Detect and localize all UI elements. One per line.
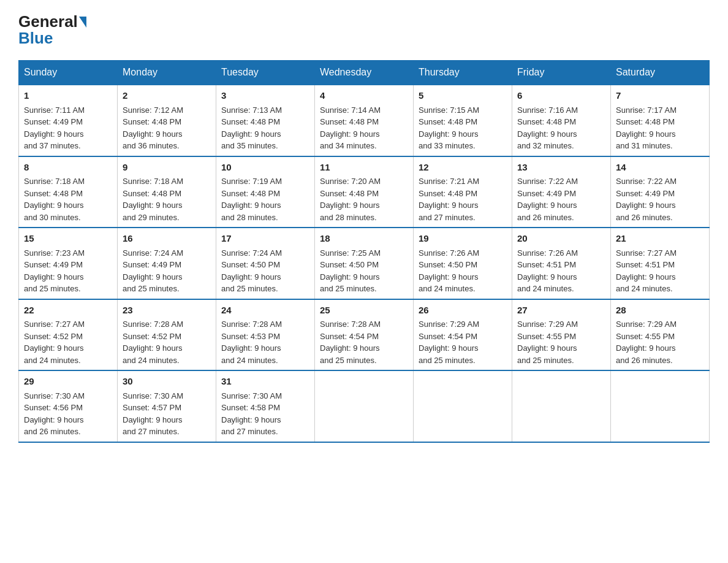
day-number: 23: [123, 304, 211, 318]
day-number: 18: [320, 232, 408, 246]
calendar-cell: 1 Sunrise: 7:11 AMSunset: 4:49 PMDayligh…: [19, 85, 118, 156]
calendar-cell: 2 Sunrise: 7:12 AMSunset: 4:48 PMDayligh…: [118, 85, 216, 156]
day-number: 10: [221, 161, 309, 175]
day-info: Sunrise: 7:27 AMSunset: 4:52 PMDaylight:…: [24, 320, 85, 365]
day-number: 11: [320, 161, 408, 175]
day-number: 3: [221, 89, 309, 103]
calendar-cell: [611, 370, 710, 442]
calendar-week-row: 15 Sunrise: 7:23 AMSunset: 4:49 PMDaylig…: [19, 228, 710, 299]
day-number: 12: [419, 161, 507, 175]
day-number: 29: [24, 375, 112, 389]
calendar-cell: 5 Sunrise: 7:15 AMSunset: 4:48 PMDayligh…: [414, 85, 512, 156]
day-info: Sunrise: 7:26 AMSunset: 4:50 PMDaylight:…: [419, 248, 479, 294]
day-number: 17: [221, 232, 309, 246]
day-number: 26: [419, 304, 507, 318]
day-info: Sunrise: 7:12 AMSunset: 4:48 PMDaylight:…: [123, 105, 183, 151]
day-info: Sunrise: 7:29 AMSunset: 4:55 PMDaylight:…: [616, 320, 677, 365]
day-info: Sunrise: 7:11 AMSunset: 4:49 PMDaylight:…: [24, 105, 85, 151]
day-info: Sunrise: 7:28 AMSunset: 4:53 PMDaylight:…: [221, 320, 282, 365]
calendar-week-row: 22 Sunrise: 7:27 AMSunset: 4:52 PMDaylig…: [19, 299, 710, 371]
weekday-header-wednesday: Wednesday: [315, 61, 414, 85]
day-info: Sunrise: 7:15 AMSunset: 4:48 PMDaylight:…: [419, 105, 479, 151]
day-info: Sunrise: 7:30 AMSunset: 4:57 PMDaylight:…: [123, 391, 183, 437]
calendar-cell: 16 Sunrise: 7:24 AMSunset: 4:49 PMDaylig…: [118, 228, 216, 299]
calendar-cell: 19 Sunrise: 7:26 AMSunset: 4:50 PMDaylig…: [414, 228, 512, 299]
day-number: 4: [320, 89, 408, 103]
calendar-cell: 18 Sunrise: 7:25 AMSunset: 4:50 PMDaylig…: [315, 228, 414, 299]
day-info: Sunrise: 7:28 AMSunset: 4:54 PMDaylight:…: [320, 320, 381, 365]
day-info: Sunrise: 7:18 AMSunset: 4:48 PMDaylight:…: [24, 177, 85, 222]
day-number: 9: [123, 161, 211, 175]
calendar-cell: [414, 370, 512, 442]
calendar-cell: 9 Sunrise: 7:18 AMSunset: 4:48 PMDayligh…: [118, 156, 216, 228]
calendar-cell: 8 Sunrise: 7:18 AMSunset: 4:48 PMDayligh…: [19, 156, 118, 228]
calendar-cell: 23 Sunrise: 7:28 AMSunset: 4:52 PMDaylig…: [118, 299, 216, 371]
day-info: Sunrise: 7:18 AMSunset: 4:48 PMDaylight:…: [123, 177, 183, 222]
calendar-cell: 26 Sunrise: 7:29 AMSunset: 4:54 PMDaylig…: [414, 299, 512, 371]
day-number: 16: [123, 232, 211, 246]
day-number: 19: [419, 232, 507, 246]
day-number: 6: [517, 89, 605, 103]
calendar-cell: 20 Sunrise: 7:26 AMSunset: 4:51 PMDaylig…: [512, 228, 611, 299]
calendar-week-row: 1 Sunrise: 7:11 AMSunset: 4:49 PMDayligh…: [19, 85, 710, 156]
day-number: 28: [616, 304, 704, 318]
weekday-header-monday: Monday: [118, 61, 216, 85]
day-info: Sunrise: 7:23 AMSunset: 4:49 PMDaylight:…: [24, 248, 85, 294]
calendar-cell: [315, 370, 414, 442]
weekday-header-tuesday: Tuesday: [216, 61, 315, 85]
calendar-cell: 31 Sunrise: 7:30 AMSunset: 4:58 PMDaylig…: [216, 370, 315, 442]
day-info: Sunrise: 7:24 AMSunset: 4:49 PMDaylight:…: [123, 248, 183, 294]
calendar-cell: 30 Sunrise: 7:30 AMSunset: 4:57 PMDaylig…: [118, 370, 216, 442]
day-number: 15: [24, 232, 112, 246]
day-number: 13: [517, 161, 605, 175]
calendar-week-row: 29 Sunrise: 7:30 AMSunset: 4:56 PMDaylig…: [19, 370, 710, 442]
day-info: Sunrise: 7:17 AMSunset: 4:48 PMDaylight:…: [616, 105, 677, 151]
day-number: 7: [616, 89, 704, 103]
day-number: 1: [24, 89, 112, 103]
day-info: Sunrise: 7:30 AMSunset: 4:56 PMDaylight:…: [24, 391, 85, 437]
weekday-header-sunday: Sunday: [19, 61, 118, 85]
day-number: 25: [320, 304, 408, 318]
day-number: 21: [616, 232, 704, 246]
calendar-table: SundayMondayTuesdayWednesdayThursdayFrid…: [18, 60, 710, 443]
weekday-header-saturday: Saturday: [611, 61, 710, 85]
calendar-cell: 17 Sunrise: 7:24 AMSunset: 4:50 PMDaylig…: [216, 228, 315, 299]
day-info: Sunrise: 7:13 AMSunset: 4:48 PMDaylight:…: [221, 105, 282, 151]
day-info: Sunrise: 7:30 AMSunset: 4:58 PMDaylight:…: [221, 391, 282, 437]
day-number: 27: [517, 304, 605, 318]
day-number: 14: [616, 161, 704, 175]
logo-blue: Blue: [18, 29, 53, 48]
day-info: Sunrise: 7:24 AMSunset: 4:50 PMDaylight:…: [221, 248, 282, 294]
day-info: Sunrise: 7:29 AMSunset: 4:55 PMDaylight:…: [517, 320, 578, 365]
day-number: 2: [123, 89, 211, 103]
calendar-cell: 10 Sunrise: 7:19 AMSunset: 4:48 PMDaylig…: [216, 156, 315, 228]
weekday-header-friday: Friday: [512, 61, 611, 85]
day-info: Sunrise: 7:16 AMSunset: 4:48 PMDaylight:…: [517, 105, 578, 151]
day-info: Sunrise: 7:29 AMSunset: 4:54 PMDaylight:…: [419, 320, 479, 365]
calendar-cell: 15 Sunrise: 7:23 AMSunset: 4:49 PMDaylig…: [19, 228, 118, 299]
calendar-cell: 6 Sunrise: 7:16 AMSunset: 4:48 PMDayligh…: [512, 85, 611, 156]
weekday-header-row: SundayMondayTuesdayWednesdayThursdayFrid…: [19, 61, 710, 85]
day-info: Sunrise: 7:21 AMSunset: 4:48 PMDaylight:…: [419, 177, 479, 222]
day-info: Sunrise: 7:27 AMSunset: 4:51 PMDaylight:…: [616, 248, 677, 294]
calendar-cell: 24 Sunrise: 7:28 AMSunset: 4:53 PMDaylig…: [216, 299, 315, 371]
day-info: Sunrise: 7:14 AMSunset: 4:48 PMDaylight:…: [320, 105, 381, 151]
day-info: Sunrise: 7:28 AMSunset: 4:52 PMDaylight:…: [123, 320, 183, 365]
day-number: 8: [24, 161, 112, 175]
calendar-cell: [512, 370, 611, 442]
day-info: Sunrise: 7:22 AMSunset: 4:49 PMDaylight:…: [616, 177, 677, 222]
day-info: Sunrise: 7:20 AMSunset: 4:48 PMDaylight:…: [320, 177, 381, 222]
calendar-cell: 22 Sunrise: 7:27 AMSunset: 4:52 PMDaylig…: [19, 299, 118, 371]
calendar-cell: 11 Sunrise: 7:20 AMSunset: 4:48 PMDaylig…: [315, 156, 414, 228]
logo: General Blue: [18, 12, 86, 48]
day-number: 24: [221, 304, 309, 318]
calendar-cell: 12 Sunrise: 7:21 AMSunset: 4:48 PMDaylig…: [414, 156, 512, 228]
day-info: Sunrise: 7:22 AMSunset: 4:49 PMDaylight:…: [517, 177, 578, 222]
calendar-cell: 14 Sunrise: 7:22 AMSunset: 4:49 PMDaylig…: [611, 156, 710, 228]
weekday-header-thursday: Thursday: [414, 61, 512, 85]
calendar-cell: 28 Sunrise: 7:29 AMSunset: 4:55 PMDaylig…: [611, 299, 710, 371]
day-number: 31: [221, 375, 309, 389]
calendar-cell: 29 Sunrise: 7:30 AMSunset: 4:56 PMDaylig…: [19, 370, 118, 442]
day-number: 20: [517, 232, 605, 246]
calendar-cell: 27 Sunrise: 7:29 AMSunset: 4:55 PMDaylig…: [512, 299, 611, 371]
